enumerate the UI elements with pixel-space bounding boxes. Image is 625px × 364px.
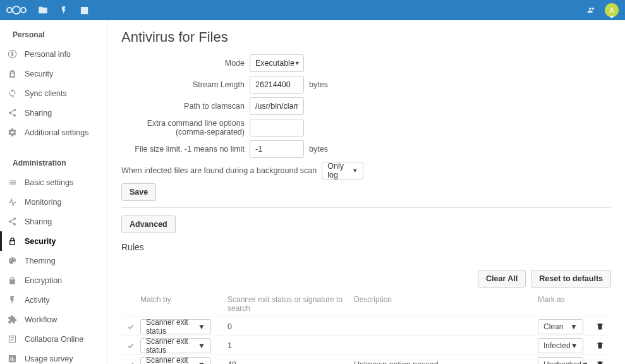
save-button[interactable]: Save — [121, 183, 156, 201]
mark-as-select[interactable]: Clean▼ — [538, 319, 583, 334]
filesize-input[interactable] — [250, 140, 304, 158]
sidebar-item-label: Monitoring — [25, 198, 61, 207]
chevron-down-icon: ▼ — [294, 60, 300, 66]
files-icon[interactable] — [38, 5, 48, 15]
sidebar-item-usage[interactable]: Usage survey — [0, 349, 107, 364]
match-by-select[interactable]: Scanner exit status▼ — [140, 338, 211, 353]
sidebar-item-activity[interactable]: Activity — [0, 290, 107, 310]
sidebar-item-sync[interactable]: Sync clients — [0, 83, 107, 103]
app-logo[interactable] — [6, 6, 27, 15]
check-icon — [121, 355, 140, 364]
chevron-down-icon: ▼ — [352, 167, 358, 174]
svg-point-0 — [12, 52, 13, 53]
sidebar-item-label: Activity — [25, 296, 50, 305]
sidebar-item-label: Security — [25, 237, 56, 246]
infected-label: When infected files are found during a b… — [121, 166, 317, 175]
avatar[interactable]: A — [605, 3, 619, 17]
rules-header: Match by Scanner exit status or signatur… — [121, 294, 611, 317]
topbar-left — [6, 5, 89, 15]
sidebar-item-label: Usage survey — [25, 355, 73, 363]
sidebar-item-workflow[interactable]: Workflow — [0, 310, 107, 329]
match-by-select[interactable]: Scanner exit status▼ — [140, 319, 211, 334]
check-icon — [121, 317, 140, 336]
stream-length-label: Stream Length — [121, 80, 245, 89]
match-by-select[interactable]: Scanner exit status▼ — [140, 357, 211, 365]
sidebar-item-label: Sync clients — [25, 89, 67, 98]
chevron-down-icon: ▼ — [198, 360, 205, 365]
mark-as-select[interactable]: Infected▼ — [538, 338, 583, 353]
col-mark-header: Mark as — [538, 295, 588, 313]
sidebar: Personal Personal info Security Sync cli… — [0, 20, 107, 364]
chevron-down-icon: ▼ — [198, 322, 205, 331]
reset-defaults-button[interactable]: Reset to defaults — [531, 270, 611, 288]
table-row: Scanner exit status▼1Infected▼ — [121, 336, 611, 355]
col-match-header: Match by — [140, 295, 224, 313]
bytes-suffix: bytes — [309, 80, 328, 89]
delete-button[interactable] — [588, 360, 611, 364]
status-value: 1 — [224, 341, 350, 350]
sidebar-item-label: Workflow — [25, 315, 57, 324]
status-value: 40 — [224, 360, 350, 365]
rules-table: Match by Scanner exit status or signatur… — [121, 294, 611, 364]
sidebar-item-sharing-admin[interactable]: Sharing — [0, 212, 107, 231]
sidebar-item-additional[interactable]: Additional settings — [0, 123, 107, 142]
chevron-down-icon: ▼ — [571, 341, 578, 350]
table-row: Scanner exit status▼0Clean▼ — [121, 317, 611, 336]
mode-select[interactable]: Executable▼ — [250, 54, 304, 72]
topbar-right: A — [587, 3, 619, 17]
col-desc-header: Description — [350, 295, 538, 313]
sidebar-item-label: Personal info — [25, 50, 71, 59]
sidebar-item-collabora[interactable]: Collabora Online — [0, 329, 107, 349]
stream-length-input[interactable] — [250, 76, 304, 94]
main-content: Antivirus for Files Mode Executable▼ Str… — [107, 20, 625, 364]
separator — [121, 207, 611, 208]
mode-label: Mode — [121, 59, 245, 68]
sidebar-item-label: Additional settings — [25, 128, 88, 137]
sidebar-item-security-admin[interactable]: Security — [0, 231, 107, 251]
sidebar-item-label: Sharing — [25, 217, 52, 226]
col-status-header: Scanner exit status or signature to sear… — [224, 295, 350, 313]
contacts-icon[interactable] — [587, 6, 596, 15]
delete-button[interactable] — [588, 322, 611, 331]
bytes-suffix-2: bytes — [309, 145, 328, 154]
sidebar-item-basic[interactable]: Basic settings — [0, 173, 107, 192]
sidebar-item-personal-info[interactable]: Personal info — [0, 44, 107, 64]
chevron-down-icon: ▼ — [570, 322, 578, 331]
cmdline-input[interactable] — [250, 119, 304, 136]
sidebar-item-label: Sharing — [25, 109, 52, 118]
path-label: Path to clamscan — [121, 102, 245, 111]
sidebar-item-sharing[interactable]: Sharing — [0, 103, 107, 123]
sidebar-section-admin: Administration — [0, 156, 107, 173]
gallery-icon[interactable] — [80, 6, 89, 15]
sidebar-item-label: Theming — [25, 257, 56, 265]
advanced-button[interactable]: Advanced — [121, 215, 176, 233]
mark-as-select[interactable]: Unchecked▼ — [538, 357, 583, 365]
sidebar-item-theming[interactable]: Theming — [0, 251, 107, 270]
sidebar-item-label: Collabora Online — [25, 335, 83, 344]
svg-rect-1 — [12, 54, 13, 56]
sidebar-item-encryption[interactable]: Encryption — [0, 270, 107, 290]
sidebar-item-label: Encryption — [25, 276, 62, 285]
avatar-initial: A — [609, 6, 614, 14]
sidebar-item-label: Basic settings — [25, 178, 73, 187]
cmdline-label: Extra command line options (comma-separa… — [121, 119, 245, 136]
sidebar-item-label: Security — [25, 70, 53, 78]
table-row: Scanner exit status▼40Unknown option pas… — [121, 355, 611, 364]
check-icon — [121, 336, 140, 355]
page-title: Antivirus for Files — [121, 29, 611, 46]
top-bar: A — [0, 0, 625, 20]
status-value: 0 — [224, 322, 350, 331]
rules-title: Rules — [121, 242, 611, 252]
sidebar-section-personal: Personal — [0, 28, 107, 44]
activity-icon[interactable] — [59, 6, 68, 15]
sidebar-item-monitoring[interactable]: Monitoring — [0, 192, 107, 212]
path-input[interactable] — [250, 97, 304, 115]
sidebar-item-security[interactable]: Security — [0, 64, 107, 83]
chevron-down-icon: ▼ — [198, 341, 205, 350]
filesize-label: File size limit, -1 means no limit — [121, 145, 245, 154]
rule-description: Unknown option passed. — [350, 360, 538, 365]
infected-select[interactable]: Only log▼ — [322, 162, 363, 179]
delete-button[interactable] — [588, 341, 611, 349]
clear-all-button[interactable]: Clear All — [478, 270, 526, 288]
